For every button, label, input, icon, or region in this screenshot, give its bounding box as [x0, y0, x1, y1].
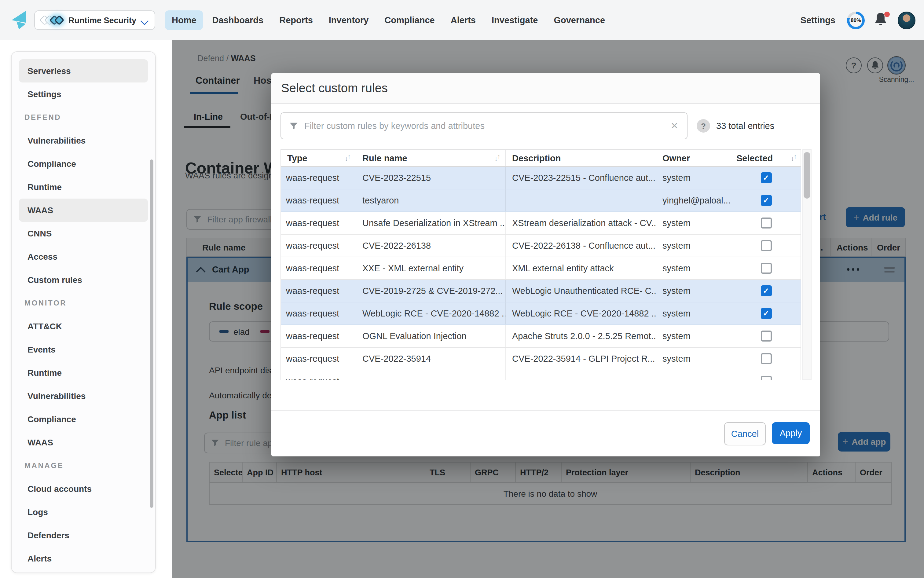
- checkbox-unchecked[interactable]: [760, 331, 771, 341]
- sidebar-item-waas[interactable]: WAAS: [19, 431, 148, 454]
- modal-title: Select custom rules: [281, 81, 388, 95]
- cell-rule-name: WebLogic RCE - CVE-2020-14882 ...: [356, 302, 506, 325]
- checkbox-unchecked[interactable]: [760, 353, 771, 364]
- custom-rule-row[interactable]: waas-requestCVE-2019-2725 & CVE-2019-272…: [281, 280, 801, 302]
- cell-owner: system: [656, 235, 730, 257]
- nav-link-alerts[interactable]: Alerts: [444, 10, 482, 30]
- checkbox-unchecked[interactable]: [760, 218, 771, 229]
- cell-type: waas-request: [281, 257, 356, 279]
- cell-type: waas-request: [281, 235, 356, 257]
- table-scrollbar[interactable]: [802, 149, 812, 380]
- sidebar-item-logs[interactable]: Logs: [19, 500, 148, 524]
- sidebar-item-waas[interactable]: WAAS: [19, 198, 148, 222]
- cell-description: [506, 370, 656, 380]
- cell-owner: system: [656, 167, 730, 189]
- total-entries-count: 33 total entries: [716, 121, 774, 131]
- scrollbar-thumb[interactable]: [804, 152, 810, 198]
- checkbox-checked[interactable]: ✓: [760, 285, 771, 296]
- custom-rule-row[interactable]: waas-requestCVE-2022-35914CVE-2022-35914…: [281, 347, 801, 370]
- cell-type: waas-request: [281, 280, 356, 302]
- nav-link-governance[interactable]: Governance: [547, 10, 612, 30]
- checkbox-unchecked[interactable]: [760, 263, 771, 274]
- checkbox-unchecked[interactable]: [760, 240, 771, 251]
- cell-description: WebLogic Unauthenticated RCE- C...: [506, 280, 656, 302]
- custom-rule-row[interactable]: waas-requestCVE-2023-22515CVE-2023-22515…: [281, 167, 801, 189]
- clear-filter-icon[interactable]: ✕: [671, 120, 678, 132]
- cell-rule-name: testyaron: [356, 189, 506, 211]
- custom-rules-table: Type↓↑Rule name↓↑DescriptionOwnerSelecte…: [281, 149, 801, 380]
- settings-link[interactable]: Settings: [801, 15, 835, 25]
- sidebar-item-access[interactable]: Access: [19, 245, 148, 268]
- apply-button[interactable]: Apply: [772, 422, 810, 444]
- prisma-logo-icon: [11, 11, 27, 29]
- sidebar-section-manage: MANAGE: [11, 454, 155, 477]
- sidebar-item-runtime[interactable]: Runtime: [19, 361, 148, 384]
- cell-type: waas-request: [281, 212, 356, 234]
- cell-description: [506, 189, 656, 211]
- sort-icon[interactable]: ↓↑: [791, 154, 797, 162]
- cell-rule-name: CVE-2019-2725 & CVE-2019-272...: [356, 280, 506, 302]
- sidebar-item-compliance[interactable]: Compliance: [19, 408, 148, 431]
- sidebar-item-runtime[interactable]: Runtime: [19, 175, 148, 198]
- sidebar-item-events[interactable]: Events: [19, 338, 148, 361]
- sidebar-item-alerts[interactable]: Alerts: [19, 547, 148, 570]
- custom-rule-row[interactable]: waas-requestCVE-2022-26138CVE-2022-26138…: [281, 235, 801, 257]
- cell-type: waas-request: [281, 347, 356, 370]
- cell-owner: system: [656, 212, 730, 234]
- sidebar-item-cnns[interactable]: CNNS: [19, 222, 148, 245]
- sidebar-item-defenders[interactable]: Defenders: [19, 524, 148, 547]
- sort-icon[interactable]: ↓↑: [345, 154, 351, 162]
- checkbox-checked[interactable]: ✓: [760, 172, 771, 183]
- modal-col-type[interactable]: Type↓↑: [281, 150, 356, 166]
- nav-link-reports[interactable]: Reports: [273, 10, 320, 30]
- cell-type: waas-request: [281, 325, 356, 347]
- sidebar-section-defend: DEFEND: [11, 106, 155, 129]
- custom-rule-row[interactable]: waas-requesttestyaronyinghel@paloal...✓: [281, 189, 801, 212]
- nav-link-compliance[interactable]: Compliance: [378, 10, 441, 30]
- select-custom-rules-modal: Select custom rules Filter custom rules …: [271, 73, 820, 456]
- credits-ring[interactable]: 80%: [847, 11, 865, 29]
- sidebar-item-cloud-accounts[interactable]: Cloud accounts: [19, 477, 148, 500]
- checkbox-unchecked[interactable]: [760, 376, 771, 380]
- sidebar-item-compliance[interactable]: Compliance: [19, 152, 148, 175]
- custom-rule-row[interactable]: waas-request: [281, 370, 801, 380]
- main-nav: HomeDashboardsReportsInventoryCompliance…: [165, 0, 612, 40]
- cancel-button[interactable]: Cancel: [724, 422, 766, 445]
- cell-description: XStream deserialization attack - CV...: [506, 212, 656, 234]
- nav-link-investigate[interactable]: Investigate: [485, 10, 545, 30]
- cell-owner: yinghel@paloal...: [656, 189, 730, 211]
- nav-link-inventory[interactable]: Inventory: [322, 10, 375, 30]
- sidebar-item-vulnerabilities[interactable]: Vulnerabilities: [19, 384, 148, 408]
- sidebar-item-serverless[interactable]: Serverless: [19, 59, 148, 83]
- notifications-button[interactable]: [874, 12, 888, 28]
- checkbox-checked[interactable]: ✓: [760, 308, 771, 319]
- cell-type: waas-request: [281, 302, 356, 325]
- custom-rule-row[interactable]: waas-requestXXE - XML external entityXML…: [281, 257, 801, 280]
- product-switcher-label: Runtime Security: [68, 16, 136, 25]
- modal-col-rule-name[interactable]: Rule name↓↑: [356, 150, 506, 166]
- nav-link-home[interactable]: Home: [165, 10, 203, 30]
- modal-col-selected[interactable]: Selected↓↑: [730, 150, 801, 166]
- checkbox-checked[interactable]: ✓: [760, 195, 771, 206]
- sidebar-item-custom-rules[interactable]: Custom rules: [19, 268, 148, 291]
- cell-rule-name: Unsafe Deserialization in XStream ...: [356, 212, 506, 234]
- nav-right-cluster: Settings 80%: [801, 0, 916, 40]
- custom-rules-filter-input[interactable]: Filter custom rules by keywords and attr…: [281, 112, 687, 139]
- sidebar: ServerlessSettingsDEFENDVulnerabilitiesC…: [0, 40, 172, 578]
- user-avatar[interactable]: [898, 11, 916, 29]
- custom-rule-row[interactable]: waas-requestUnsafe Deserialization in XS…: [281, 212, 801, 235]
- nav-link-dashboards[interactable]: Dashboards: [206, 10, 270, 30]
- sidebar-item-vulnerabilities[interactable]: Vulnerabilities: [19, 129, 148, 152]
- notification-dot: [884, 11, 890, 17]
- help-icon[interactable]: ?: [697, 119, 710, 133]
- cell-owner: system: [656, 280, 730, 302]
- modal-header: Select custom rules: [271, 73, 820, 104]
- custom-rule-row[interactable]: waas-requestOGNL Evaluation InjectionApa…: [281, 325, 801, 347]
- sidebar-item-settings[interactable]: Settings: [19, 83, 148, 106]
- custom-rule-row[interactable]: waas-requestWebLogic RCE - CVE-2020-1488…: [281, 302, 801, 325]
- product-switcher[interactable]: Runtime Security: [34, 10, 155, 30]
- sidebar-item-att-ck[interactable]: ATT&CK: [19, 315, 148, 338]
- sort-icon[interactable]: ↓↑: [494, 154, 500, 162]
- sidebar-card: ServerlessSettingsDEFENDVulnerabilitiesC…: [11, 51, 156, 573]
- sidebar-scrollbar[interactable]: [150, 159, 153, 508]
